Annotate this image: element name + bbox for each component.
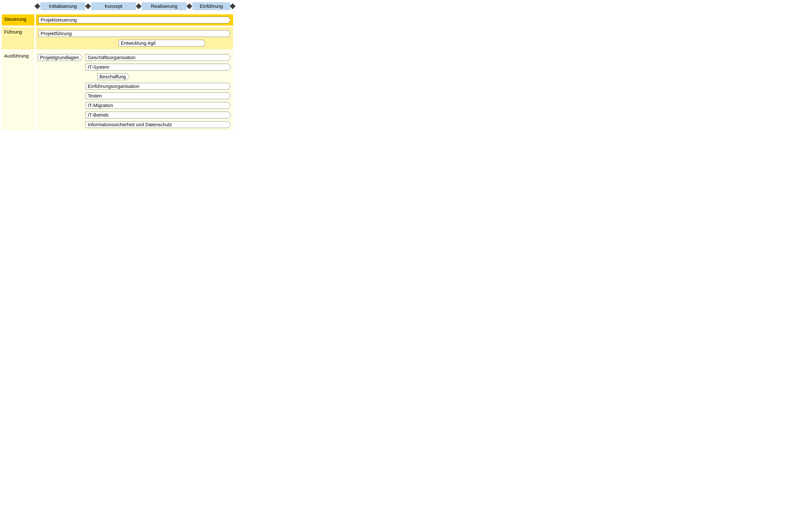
phase-einfuehrung: Einführung [192,2,230,10]
bar-testen: Testen [85,93,231,99]
bar-entwicklung-agil: Entwicklung Agil [119,40,205,46]
bar-it-migration: IT-Migration [85,102,231,109]
bar-label: IT-System [88,64,109,70]
arrow-tip-icon [228,54,231,61]
row-label-fuehrung: Führung [4,29,22,35]
svg-marker-7 [228,83,231,90]
bar-it-betrieb: IT-Betrieb [85,112,231,118]
svg-marker-2 [203,40,205,46]
bar-projektsteuerung: Projektsteuerung [39,17,231,23]
milestone-diamond-2 [136,3,142,9]
svg-marker-0 [228,17,231,23]
row-label-steuerung: Steuerung [4,16,26,22]
arrow-tip-icon [228,83,231,90]
svg-marker-8 [228,93,231,99]
bar-label: Beschaffung [99,74,126,79]
phase-initialisierung: Initialisierung [40,2,85,10]
bar-einfuehrungsorganisation: Einführungsorganisation [85,83,231,90]
arrow-tip-icon [228,93,231,99]
arrow-tip-icon [228,64,231,71]
svg-marker-11 [228,121,231,128]
svg-marker-9 [228,102,231,109]
bar-projektgrundlagen: Projektgrundlagen [38,54,82,61]
svg-marker-1 [228,30,231,37]
row-bg-ausfuehrung [2,51,34,131]
bar-label: Entwicklung Agil [121,40,155,46]
bar-informationssicherheit: Informationssicherheit und Datenschutz [85,121,231,128]
bar-beschaffung: Beschaffung [97,73,129,80]
milestone-diamond-1 [85,3,91,9]
arrow-tip-icon [228,30,231,37]
arrow-tip-icon [228,17,231,23]
svg-marker-3 [80,54,82,61]
arrow-tip-icon [228,102,231,109]
svg-marker-4 [228,54,231,61]
svg-marker-6 [127,73,129,80]
bar-label: Einführungsorganisation [88,83,139,89]
arrow-tip-icon [127,73,129,80]
bar-label: Projektführung [41,31,72,36]
phase-realisierung: Realisierung [142,2,187,10]
arrow-tip-icon [228,112,231,118]
diagram-canvas: Initialisierung Konzept Realisierung Ein… [0,0,235,133]
arrow-tip-icon [203,40,205,46]
svg-marker-10 [228,112,231,118]
milestone-diamond-3 [187,3,192,9]
milestone-diamond-0 [35,3,40,9]
row-label-ausfuehrung: Ausführung [4,53,28,59]
bar-label: Projektsteuerung [41,17,77,23]
bar-label: Testen [88,93,102,99]
arrow-tip-icon [228,121,231,128]
bar-geschaeftsorganisation: Geschäftsorganisation [85,54,231,61]
row-bg-ausfuehrung-right [36,51,233,131]
bar-label: Geschäftsorganisation [88,55,135,60]
bar-label: Informationssicherheit und Datenschutz [88,122,172,127]
arrow-tip-icon [80,54,82,61]
phase-konzept: Konzept [91,2,136,10]
bar-label: IT-Betrieb [88,112,109,118]
bar-label: Projektgrundlagen [40,55,79,60]
svg-marker-5 [228,64,231,71]
bar-projektfuehrung: Projektführung [39,30,231,37]
bar-it-system: IT-System [85,64,231,71]
bar-label: IT-Migration [88,103,113,108]
milestone-diamond-4 [230,3,236,9]
